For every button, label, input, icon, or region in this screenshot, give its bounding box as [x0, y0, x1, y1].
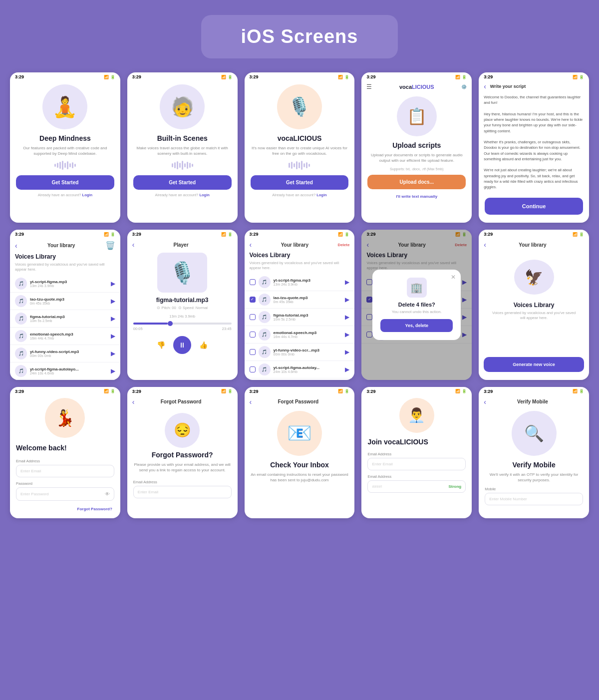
cb-8-0[interactable] [250, 279, 256, 285]
cb-8-4[interactable] [250, 349, 256, 355]
play-btn-6-3[interactable]: ▶ [111, 333, 115, 340]
verify-illustration: 🔍 [512, 411, 557, 456]
screen-deep-mindness: 3:29 📶 🔋 🧘 Deep Mindness Our features ar… [10, 72, 120, 223]
statusbar-1: 3:29 📶 🔋 [10, 72, 120, 80]
player-artwork: 🎙️ [157, 253, 207, 293]
login-link-3[interactable]: Login [316, 193, 326, 197]
play-btn-6-5[interactable]: ▶ [111, 367, 115, 374]
yes-delete-btn[interactable]: Yes, delete [380, 319, 453, 332]
back-btn-12[interactable]: ‹ [132, 398, 135, 406]
write-manually-link[interactable]: I'll write text manually [394, 192, 439, 201]
script-header-title: Write your script [490, 84, 526, 89]
wifi-icon-2: 📶 [221, 75, 226, 79]
file-item-6-4: 🎵 yt-funny-video-script.mp3 00m 00s 0mb … [10, 345, 120, 362]
inbox-body-13: 📧 Check Your Inbox An email containing i… [245, 407, 355, 493]
cb-8-3[interactable] [250, 332, 256, 338]
play-8-2[interactable]: ▶ [345, 314, 349, 321]
delete-btn-8[interactable]: Delete [337, 243, 349, 247]
thumbs-down-btn[interactable]: 👎 [157, 341, 165, 349]
login-link-2[interactable]: Login [199, 193, 209, 197]
battery-icon-11: 🔋 [110, 389, 115, 393]
upload-title: Upload scripts [392, 141, 441, 149]
screen-empty-library: 3:29 📶 🔋 ‹ Your library 🦅 Voices Library… [479, 230, 589, 380]
pause-btn[interactable]: ⏸ [173, 336, 191, 354]
inbox-header-13: ‹ Forgot Password [245, 395, 355, 407]
wifi-icon-8: 📶 [338, 232, 343, 237]
password-input-11[interactable]: Enter Password 👁 [16, 487, 114, 501]
waveform-2 [172, 160, 193, 170]
file-item-6-5: 🎵 yt-script-figma-autolayo... 24m 10s 4.… [10, 362, 120, 380]
lib-title-8: Voices Library [245, 250, 355, 261]
statusbar-11: 3:29 📶 🔋 [10, 387, 120, 395]
script-footer: Continue [479, 195, 589, 223]
upload-desc: Upload your documents or scripts to gene… [367, 152, 466, 163]
email-input-11[interactable]: Enter Email [16, 465, 114, 477]
nav-title-8: Your library [281, 242, 308, 248]
forgot-link-11[interactable]: Forgot Password? [16, 505, 114, 513]
play-btn-6-1[interactable]: ▶ [111, 298, 115, 305]
play-8-5[interactable]: ▶ [345, 366, 349, 373]
player-nav-title: Player [174, 242, 189, 248]
cb-8-2[interactable] [250, 314, 256, 320]
play-8-1[interactable]: ▶ [345, 296, 349, 303]
file-icon-6-5: 🎵 [15, 365, 27, 377]
back-btn-7[interactable]: ‹ [132, 241, 135, 249]
get-started-btn-1[interactable]: Get Started [16, 175, 114, 190]
mobile-input-15[interactable]: Enter Mobile Number [485, 493, 583, 505]
back-btn-8[interactable]: ‹ [250, 241, 252, 249]
script-text[interactable]: Welcome to Doodoo, the channel that guar… [484, 94, 584, 190]
nav-title-10: Your library [519, 242, 546, 248]
cb-8-5[interactable] [250, 366, 256, 372]
play-btn-6-0[interactable]: ▶ [111, 280, 115, 287]
back-arrow-5[interactable]: ‹ [484, 82, 486, 90]
verify-desc-15: We'll verify it with an OTP to verify yo… [485, 472, 583, 483]
screen-forgot-password-1: 3:29 📶 🔋 ‹ Forgot Password 😔 Forgot Pass… [127, 387, 238, 518]
battery-icon-10: 🔋 [579, 232, 584, 237]
player-body: 🎙️ figma-tutorial.mp3 ⊙ Pitch: 00 ⊙ Spee… [127, 250, 238, 360]
waveform-1 [54, 160, 76, 170]
settings-icon[interactable]: ⚙️ [461, 84, 467, 89]
upload-docs-btn[interactable]: Upload docs... [367, 175, 466, 189]
player-header: ‹ Player [127, 238, 238, 250]
already-text-2: Already have an account? Login [155, 193, 210, 197]
dialog-close-btn[interactable]: ✕ [451, 274, 456, 281]
wifi-icon: 📶 [104, 75, 109, 79]
back-btn-13[interactable]: ‹ [250, 398, 252, 406]
play-8-3[interactable]: ▶ [345, 331, 349, 338]
player-meta: ⊙ Pitch: 00 ⊙ Speed: Normal [157, 306, 208, 310]
wifi-icon-7: 📶 [221, 232, 226, 237]
continue-btn[interactable]: Continue [485, 198, 583, 215]
play-btn-6-2[interactable]: ▶ [111, 315, 115, 322]
forgot-body-12: 😔 Forgot Password? Please provide us wit… [127, 407, 238, 505]
inbox-illustration: 📧 [277, 411, 322, 456]
back-btn-15[interactable]: ‹ [484, 398, 486, 406]
delete-icon-6[interactable]: 🗑️ [105, 241, 115, 250]
eye-icon-11[interactable]: 👁 [105, 491, 110, 497]
get-started-btn-3[interactable]: Get Started [251, 175, 349, 190]
get-started-btn-2[interactable]: Get Started [133, 175, 232, 190]
play-8-0[interactable]: ▶ [345, 279, 349, 286]
menu-icon[interactable]: ☰ [366, 83, 372, 90]
nav-title-13: Forgot Password [278, 399, 318, 404]
join-email-input[interactable]: Enter Email [367, 458, 466, 470]
wifi-icon-11: 📶 [104, 389, 109, 393]
empty-lib-body: 🦅 Voices Library Voices generated by voc… [479, 250, 589, 330]
cb-8-1[interactable]: ✓ [250, 297, 256, 303]
battery-icon-5: 🔋 [579, 75, 584, 79]
welcome-title: Welcome back! [16, 444, 114, 452]
login-link-1[interactable]: Login [82, 193, 92, 197]
generate-voice-btn[interactable]: Generate new voice [484, 357, 584, 372]
time-1: 3:29 [15, 74, 24, 79]
join-email2-input[interactable]: ####! Strong [367, 480, 466, 493]
play-btn-6-4[interactable]: ▶ [111, 350, 115, 357]
progress-bar[interactable] [133, 323, 232, 325]
illus-emoji-1: 🧘 [52, 95, 77, 119]
email-input-12[interactable]: Enter Email [133, 486, 232, 498]
back-btn-6[interactable]: ‹ [15, 242, 17, 250]
thumbs-up-btn[interactable]: 👍 [199, 341, 208, 349]
welcome-emoji: 💃 [55, 408, 75, 427]
file-icon-6-0: 🎵 [15, 278, 27, 290]
back-btn-10[interactable]: ‹ [484, 241, 486, 249]
player-artwork-icon: 🎙️ [169, 261, 195, 285]
play-8-4[interactable]: ▶ [345, 349, 349, 355]
